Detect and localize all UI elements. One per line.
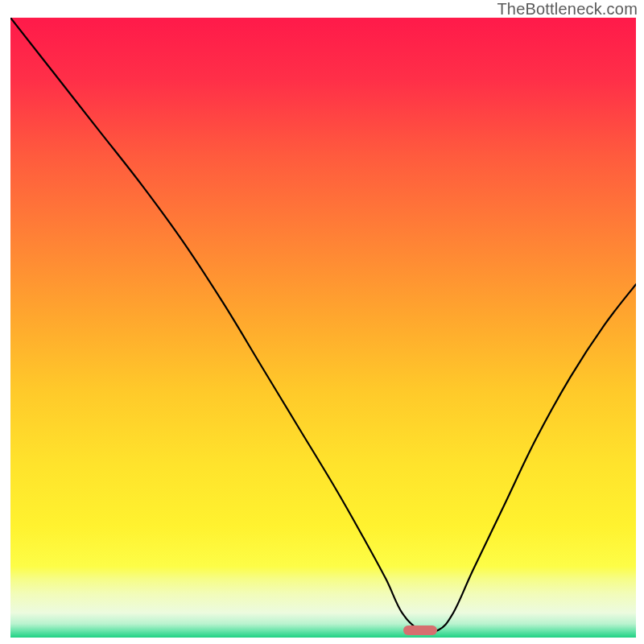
watermark-text: TheBottleneck.com xyxy=(497,0,638,19)
plot-area xyxy=(10,18,636,638)
bottleneck-curve xyxy=(10,18,636,638)
optimum-range-marker xyxy=(403,625,437,635)
chart-stage: TheBottleneck.com xyxy=(0,0,644,644)
